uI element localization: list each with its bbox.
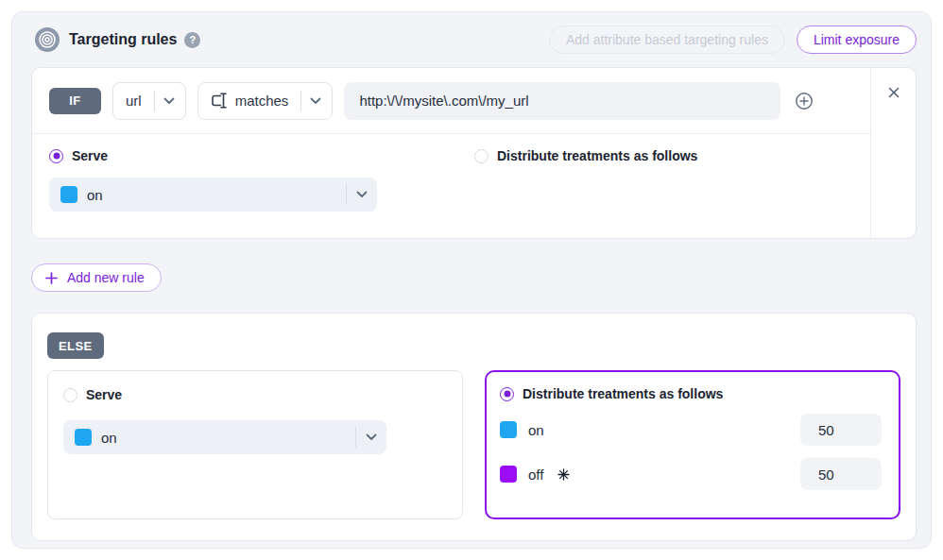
treatment-select-value: on [87,187,103,203]
distribute-radio-option[interactable]: Distribute treatments as follows [500,386,723,401]
serve-radio-option[interactable]: Serve [49,148,474,163]
treatment-name: on [528,422,544,438]
matcher-select-value: matches [235,93,289,109]
serve-radio-label: Serve [72,148,108,163]
treatment-select-controls [355,427,377,448]
select-divider [154,91,155,111]
delete-rule-button[interactable] [870,68,916,238]
matcher-select[interactable]: matches [197,82,334,120]
distribution-row-off: off [500,458,882,490]
chevron-down-icon [366,433,377,441]
serve-mode-options: Serve Distribute treatments as follows [49,148,853,163]
radio-selected-icon[interactable] [500,387,514,401]
chevron-down-icon [163,97,175,105]
treatment-select[interactable]: on [49,178,377,212]
else-serve-card: Serve on [47,370,463,519]
distribute-radio-label: Distribute treatments as follows [497,148,697,163]
treatment-select-controls [346,184,368,205]
if-badge: IF [49,88,101,114]
else-serve-option: Serve [63,387,447,402]
match-value-input[interactable] [344,82,780,120]
rule-main: IF url matches [32,68,870,238]
treatment-on-swatch [75,429,92,446]
rule-serve-area: Serve Distribute treatments as follows o… [32,134,870,226]
distribute-radio-option[interactable]: Distribute treatments as follows [474,148,697,163]
panel-header: Targeting rules ? Add attribute based ta… [12,12,931,67]
targeting-rules-panel: Targeting rules ? Add attribute based ta… [11,11,932,549]
targeting-rules-icon [35,27,60,52]
select-divider [300,91,301,111]
add-value-icon[interactable] [795,92,814,110]
help-icon[interactable]: ? [184,32,200,48]
radio-unselected-icon[interactable] [63,388,77,402]
chevron-down-icon [356,191,368,198]
targeting-rule-card: IF url matches [31,67,917,239]
else-distribute-card: Distribute treatments as follows on off [485,370,900,519]
distribute-radio-label: Distribute treatments as follows [523,386,723,401]
distribution-row-on: on [500,414,882,446]
select-divider [355,427,356,448]
percentage-input-on[interactable] [800,414,882,446]
serve-radio-option[interactable]: Serve [63,387,122,402]
treatment-off-swatch [500,466,517,483]
treatment-name: off [528,467,543,483]
radio-selected-icon[interactable] [49,149,63,163]
select-divider [346,184,347,205]
treatment-on-swatch [60,186,77,203]
else-badge: ELSE [47,332,104,359]
page-title: Targeting rules [69,31,177,48]
chevron-down-icon [310,97,321,105]
attribute-select-value: url [126,93,142,109]
rule-condition-row: IF url matches [32,68,870,134]
attribute-select[interactable]: url [112,82,186,120]
default-treatment-icon [557,468,570,481]
percentage-input-off[interactable] [800,458,882,490]
treatment-select-value: on [101,430,117,446]
default-rule-card: ELSE Serve on [31,313,917,541]
treatment-select[interactable]: on [63,420,386,454]
default-rule-body: Serve on [47,370,900,519]
plus-icon [45,272,58,284]
serve-radio-label: Serve [86,387,122,402]
radio-unselected-icon[interactable] [474,149,489,163]
add-attribute-rules-button: Add attribute based targeting rules [549,25,785,54]
limit-exposure-button[interactable]: Limit exposure [797,25,917,54]
else-distribute-option: Distribute treatments as follows [500,386,882,401]
add-new-rule-label: Add new rule [67,270,145,285]
close-icon [888,87,900,98]
add-new-rule-button[interactable]: Add new rule [31,263,162,292]
string-matcher-icon [211,93,228,109]
treatment-on-swatch [500,421,517,438]
